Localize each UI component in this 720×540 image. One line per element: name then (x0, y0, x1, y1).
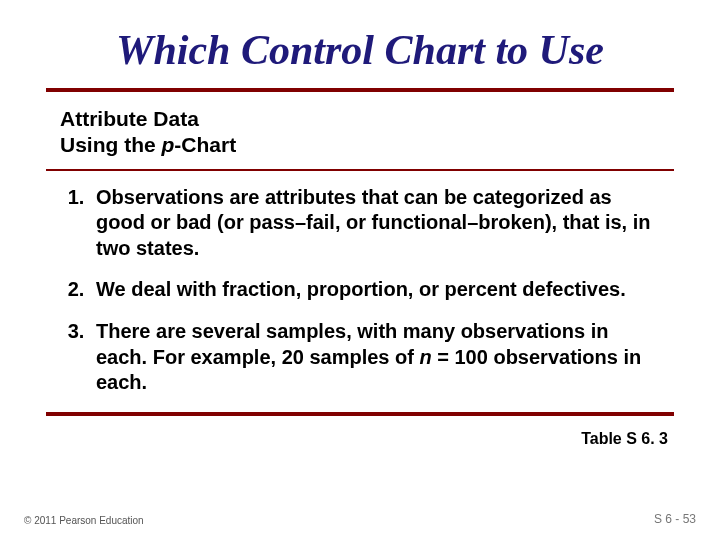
list-item-ital: n (419, 346, 431, 368)
subhead-suffix: -Chart (174, 133, 236, 156)
list-item-text: We deal with fraction, proportion, or pe… (96, 278, 626, 300)
list-item: We deal with fraction, proportion, or pe… (90, 277, 664, 303)
list-item: There are several samples, with many obs… (90, 319, 664, 396)
footer-page-number: S 6 - 53 (654, 512, 696, 526)
divider-bottom (46, 412, 674, 416)
footer-copyright: © 2011 Pearson Education (24, 515, 144, 526)
table-reference: Table S 6. 3 (46, 430, 668, 448)
list-item: Observations are attributes that can be … (90, 185, 664, 262)
subhead-ital: p (162, 133, 175, 156)
divider-mid (46, 169, 674, 171)
divider-top (46, 88, 674, 92)
subhead-line1: Attribute Data (60, 106, 674, 132)
list-item-text: Observations are attributes that can be … (96, 186, 651, 259)
numbered-list: Observations are attributes that can be … (60, 185, 664, 396)
subhead-prefix: Using the (60, 133, 162, 156)
subheading: Attribute Data Using the p-Chart (60, 106, 674, 159)
slide: Which Control Chart to Use Attribute Dat… (0, 0, 720, 540)
page-title: Which Control Chart to Use (46, 28, 674, 72)
subhead-line2: Using the p-Chart (60, 132, 674, 158)
